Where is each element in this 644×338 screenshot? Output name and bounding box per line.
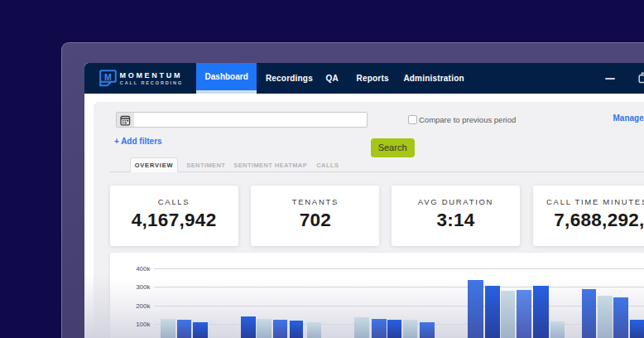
- svg-text:M: M: [104, 71, 112, 81]
